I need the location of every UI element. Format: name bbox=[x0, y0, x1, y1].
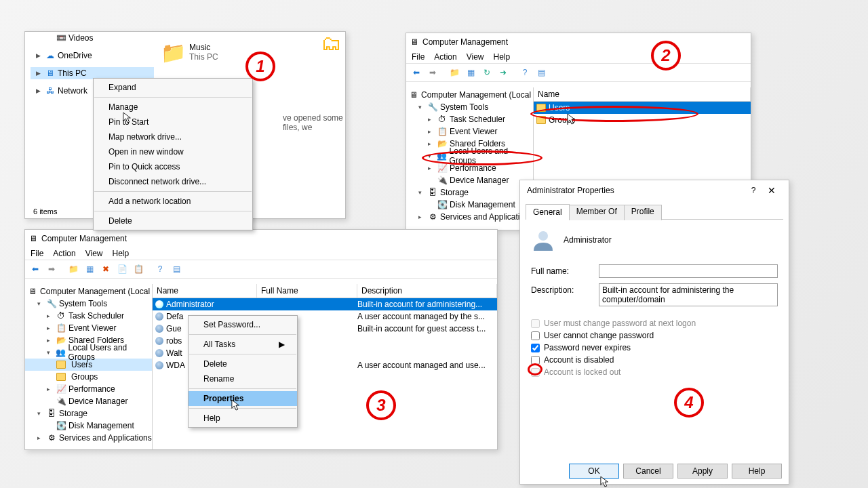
tree-device-manager[interactable]: 🔌Device Manager bbox=[406, 174, 533, 186]
checkbox[interactable] bbox=[531, 356, 540, 365]
ctx-set-password[interactable]: Set Password... bbox=[189, 317, 297, 332]
toolbar-view-mode[interactable]: ▤ bbox=[169, 262, 184, 277]
computer-mgmt-window-3: 🖥 Computer Management File Action View H… bbox=[24, 229, 498, 450]
ctx-open-new[interactable]: Open in new window bbox=[94, 144, 252, 159]
ctx-manage[interactable]: Manage bbox=[94, 100, 252, 115]
chk-account-disabled[interactable]: Account is disabled bbox=[531, 355, 778, 365]
tree-local-users[interactable]: ▾👥Local Users and Groups bbox=[406, 150, 533, 162]
tree-performance[interactable]: ▸📈Performance bbox=[25, 383, 152, 395]
ctx-rename[interactable]: Rename bbox=[189, 371, 297, 386]
cursor-icon bbox=[231, 399, 241, 411]
toolbar-delete[interactable]: ✖ bbox=[98, 262, 113, 277]
ctx-add-location[interactable]: Add a network location bbox=[94, 194, 252, 209]
checkbox[interactable] bbox=[531, 331, 540, 340]
menu-file[interactable]: File bbox=[412, 52, 425, 62]
tree-label: OneDrive bbox=[58, 51, 92, 60]
ctx-disconnect[interactable]: Disconnect network drive... bbox=[94, 174, 252, 189]
col-name[interactable]: Name bbox=[153, 284, 257, 298]
ctx-help[interactable]: Help bbox=[189, 411, 297, 426]
toolbar-up[interactable]: 📁 bbox=[447, 65, 462, 80]
ctx-expand[interactable]: Expand bbox=[94, 80, 252, 95]
tree-groups[interactable]: Groups bbox=[25, 371, 152, 383]
tree-storage[interactable]: ▾🗄Storage bbox=[25, 407, 152, 420]
chk-never-expires[interactable]: Password never expires bbox=[531, 343, 778, 352]
close-icon[interactable]: ✕ bbox=[762, 185, 782, 196]
ctx-all-tasks[interactable]: All Tasks▶ bbox=[189, 337, 297, 352]
chevron-right-icon: ▶ bbox=[279, 340, 285, 349]
toolbar-help[interactable]: ? bbox=[153, 262, 167, 277]
menu-action[interactable]: Action bbox=[53, 249, 75, 258]
chk-cannot-change[interactable]: User cannot change password bbox=[531, 331, 778, 340]
tree-system-tools[interactable]: ▾🔧System Tools bbox=[406, 101, 533, 113]
tree-storage[interactable]: ▾🗄Storage bbox=[406, 186, 533, 199]
toolbar-forward[interactable]: ➡ bbox=[44, 262, 59, 277]
menu-action[interactable]: Action bbox=[434, 52, 456, 62]
ctx-pin-quick[interactable]: Pin to Quick access bbox=[94, 159, 252, 174]
tree-label: Disk Management bbox=[68, 421, 134, 430]
tile-music[interactable]: 📁 Music This PC bbox=[161, 32, 218, 73]
tree-item-videos[interactable]: 📼 Videos bbox=[31, 32, 154, 44]
menu-view[interactable]: View bbox=[85, 249, 103, 258]
toolbar-show-hide[interactable]: ▦ bbox=[463, 65, 478, 80]
ok-button[interactable]: OK bbox=[569, 464, 619, 479]
toolbar-back[interactable]: ⬅ bbox=[409, 65, 424, 80]
tab-general[interactable]: General bbox=[526, 204, 570, 220]
ctx-properties[interactable]: Properties bbox=[189, 391, 297, 406]
ctx-label: All Tasks bbox=[203, 340, 235, 349]
tree-disk-mgmt[interactable]: 💽Disk Management bbox=[25, 420, 152, 432]
fullname-input[interactable] bbox=[599, 264, 778, 278]
col-description[interactable]: Description bbox=[357, 284, 497, 298]
tree-local-users[interactable]: ▾👥Local Users and Groups bbox=[25, 346, 152, 359]
tree-event-viewer[interactable]: ▸📋Event Viewer bbox=[25, 322, 152, 334]
ctx-delete[interactable]: Delete bbox=[94, 214, 252, 228]
chevron-right-icon: ▶ bbox=[36, 70, 43, 77]
list-row-groups[interactable]: Groups bbox=[534, 114, 751, 126]
toolbar-show-hide[interactable]: ▦ bbox=[82, 262, 97, 277]
tree-device-manager[interactable]: 🔌Device Manager bbox=[25, 395, 152, 407]
help-icon[interactable]: ? bbox=[745, 186, 762, 195]
description-input[interactable]: Built-in account for administering the c… bbox=[599, 283, 778, 306]
tree-disk-mgmt[interactable]: 💽Disk Management bbox=[406, 199, 533, 211]
col-fullname[interactable]: Full Name bbox=[257, 284, 357, 298]
menu-help[interactable]: Help bbox=[494, 52, 511, 62]
folder-icon bbox=[56, 361, 66, 369]
toolbar-up[interactable]: 📁 bbox=[66, 262, 81, 277]
ctx-map-drive[interactable]: Map network drive... bbox=[94, 129, 252, 144]
checkbox[interactable] bbox=[531, 344, 540, 352]
toolbar-forward[interactable]: ➡ bbox=[425, 65, 440, 80]
col-name[interactable]: Name bbox=[534, 87, 751, 101]
toolbar-back[interactable]: ⬅ bbox=[28, 262, 43, 277]
ctx-pin-start[interactable]: Pin to Start bbox=[94, 115, 252, 129]
menu-help[interactable]: Help bbox=[113, 249, 130, 258]
tree-root[interactable]: 🖥Computer Management (Local bbox=[406, 89, 533, 101]
tree-root[interactable]: 🖥Computer Management (Local bbox=[25, 285, 152, 298]
tree-event-viewer[interactable]: ▸📋Event Viewer bbox=[406, 125, 533, 138]
tab-profile[interactable]: Profile bbox=[624, 205, 662, 220]
list-row-administrator[interactable]: Administrator Built-in account for admin… bbox=[153, 298, 497, 310]
toolbar-view-mode[interactable]: ▤ bbox=[534, 65, 549, 80]
toolbar-help[interactable]: ? bbox=[517, 65, 532, 80]
help-button[interactable]: Help bbox=[732, 464, 782, 479]
user-context-menu: Set Password... All Tasks▶ Delete Rename… bbox=[188, 315, 298, 428]
tree-task-scheduler[interactable]: ▸⏱Task Scheduler bbox=[406, 113, 533, 125]
tree-services-apps[interactable]: ▸⚙Services and Applications bbox=[25, 432, 152, 444]
tree-label: Performance bbox=[450, 163, 496, 173]
toolbar-refresh[interactable]: 📋 bbox=[131, 262, 146, 277]
tile-generic[interactable]: 🗂 bbox=[321, 32, 341, 73]
checkbox bbox=[531, 368, 540, 377]
menu-file[interactable]: File bbox=[31, 249, 43, 258]
cancel-button[interactable]: Cancel bbox=[623, 464, 673, 479]
tab-member-of[interactable]: Member Of bbox=[569, 205, 625, 220]
menu-view[interactable]: View bbox=[467, 52, 484, 62]
tree-task-scheduler[interactable]: ▸⏱Task Scheduler bbox=[25, 310, 152, 322]
toolbar-refresh[interactable]: ↻ bbox=[479, 65, 494, 80]
tree-services-apps[interactable]: ▸⚙Services and Applications bbox=[406, 211, 533, 223]
tree-system-tools[interactable]: ▾🔧System Tools bbox=[25, 298, 152, 310]
disk-icon: 💽 bbox=[56, 421, 66, 430]
toolbar-export[interactable]: ➜ bbox=[496, 65, 511, 80]
list-row-users[interactable]: Users bbox=[534, 102, 751, 114]
tree-item-onedrive[interactable]: ▶ ☁ OneDrive bbox=[31, 49, 154, 62]
toolbar-properties[interactable]: 📄 bbox=[115, 262, 130, 277]
apply-button[interactable]: Apply bbox=[677, 464, 728, 479]
ctx-delete[interactable]: Delete bbox=[189, 357, 297, 371]
